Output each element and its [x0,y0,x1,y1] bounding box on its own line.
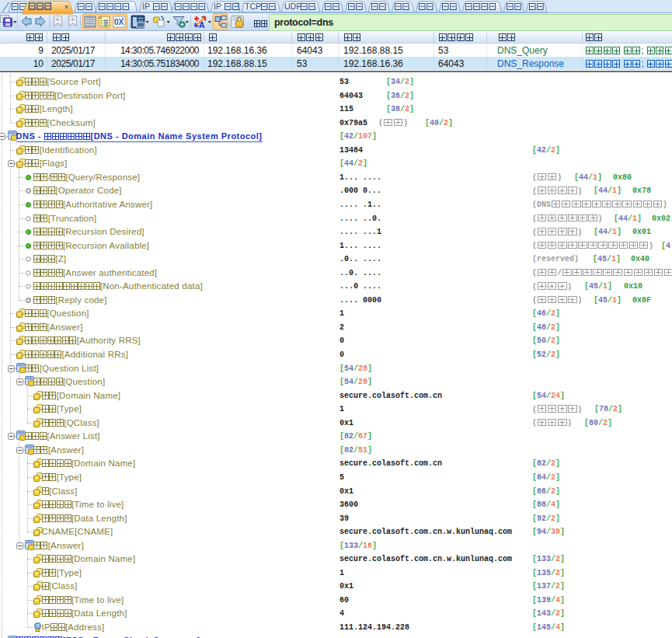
svg-text:×: × [64,3,68,11]
svg-text:UDP: UDP [284,2,301,11]
svg-text:0X: 0X [114,18,124,26]
svg-text:IP: IP [142,2,150,11]
svg-text:TCP: TCP [245,2,261,11]
svg-text:A: A [199,20,205,30]
svg-text:IP: IP [214,2,221,11]
